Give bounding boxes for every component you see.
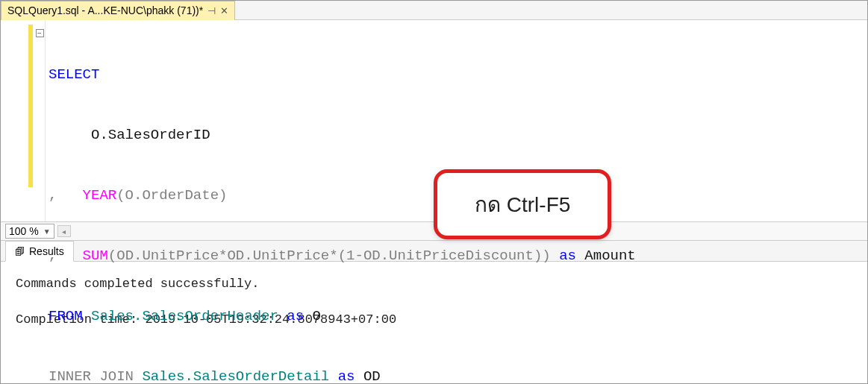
collapse-toggle[interactable]: − [36,29,44,37]
results-icon: 🗐 [15,246,25,257]
fn-sum: SUM [83,248,108,264]
keyword-select: SELECT [49,66,99,83]
close-icon[interactable]: ✕ [220,5,228,16]
outline-bar: − [34,25,45,221]
keyword-from: FROM [49,308,83,324]
change-marker [28,25,33,187]
col-salesorderid: O.SalesOrderID [91,127,210,143]
keyword-innerjoin: INNER JOIN [49,368,134,384]
gutter: − [1,20,46,221]
tab-title: SQLQuery1.sql - A...KE-NUC\phakk (71))* [7,4,203,16]
tab-bar: SQLQuery1.sql - A...KE-NUC\phakk (71))* … [1,1,867,20]
zoom-value: 100 % [9,225,39,237]
fn-year: YEAR [83,187,117,204]
zoom-dropdown[interactable]: 100 % ▼ [5,224,54,239]
callout-text: กด Ctrl-F5 [475,193,570,216]
callout-box: กด Ctrl-F5 [434,169,611,239]
file-tab[interactable]: SQLQuery1.sql - A...KE-NUC\phakk (71))* … [1,1,235,20]
editor-pane: − SELECT O.SalesOrderID , YEAR(O.OrderDa… [1,20,867,221]
pin-icon[interactable]: ⊣ [207,5,216,16]
